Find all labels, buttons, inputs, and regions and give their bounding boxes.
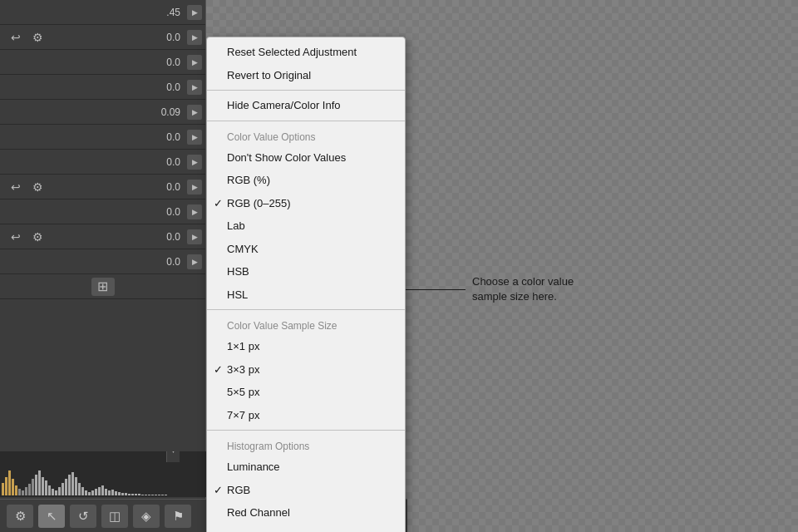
menu-item-hsb[interactable]: HSB: [207, 260, 405, 283]
svg-rect-7: [25, 487, 27, 495]
gear-icon-9[interactable]: ⚙: [28, 228, 47, 246]
toolbar-gear-button[interactable]: ⚙: [7, 505, 33, 528]
sidebar-row-4: 0.09 ▶: [0, 100, 205, 125]
sidebar-arrow-4[interactable]: ▶: [187, 105, 202, 120]
sidebar-value-5: 0.0: [7, 131, 184, 143]
sidebar-arrow-8[interactable]: ▶: [187, 204, 202, 219]
gear-icon-1[interactable]: ⚙: [28, 28, 47, 47]
svg-rect-39: [131, 494, 134, 495]
sidebar-row-5: 0.0 ▶: [0, 125, 205, 150]
annotation: Choose a color value sample size here.: [382, 274, 605, 304]
svg-rect-10: [35, 475, 37, 495]
annotation-text: Choose a color value sample size here.: [472, 274, 605, 304]
svg-rect-36: [121, 493, 124, 495]
toolbar-select-button[interactable]: ↖: [38, 505, 65, 528]
sidebar-value-10: 0.0: [7, 256, 184, 268]
svg-rect-2: [8, 470, 11, 495]
svg-rect-24: [81, 487, 84, 495]
svg-rect-25: [85, 490, 87, 495]
svg-rect-34: [115, 491, 117, 495]
histogram-chart: [2, 454, 168, 495]
svg-rect-40: [135, 494, 137, 495]
sidebar-row-7: ↩ ⚙ 0.0 ▶: [0, 175, 205, 200]
svg-rect-21: [71, 472, 74, 495]
svg-rect-9: [32, 479, 34, 495]
menu-item-luminance[interactable]: Luminance: [207, 456, 405, 479]
toolbar-flag-button[interactable]: ⚑: [165, 505, 191, 528]
svg-rect-29: [98, 487, 101, 495]
svg-rect-26: [88, 492, 91, 495]
sidebar-row-1: ↩ ⚙ 0.0 ▶: [0, 25, 205, 50]
menu-divider-19: [207, 430, 405, 431]
svg-rect-49: [165, 495, 167, 495]
menu-item-hsl[interactable]: HSL: [207, 283, 405, 307]
svg-rect-32: [108, 490, 111, 495]
menu-item-don't-show-color-values[interactable]: Don't Show Color Values: [207, 146, 405, 170]
menu-divider-2: [207, 90, 405, 91]
toolbar-rotate-button[interactable]: ↺: [70, 505, 96, 528]
svg-rect-45: [151, 495, 154, 495]
sidebar-arrow-7[interactable]: ▶: [187, 180, 202, 195]
menu-item-revert-to-original[interactable]: Revert to Original: [207, 64, 405, 87]
svg-rect-31: [105, 489, 107, 495]
svg-rect-17: [58, 487, 61, 495]
svg-rect-28: [95, 489, 97, 495]
menu-item-rgb[interactable]: RGB: [207, 479, 405, 502]
sidebar-row-10: 0.0 ▶: [0, 249, 205, 274]
sidebar-arrow-6[interactable]: ▶: [187, 155, 202, 170]
sidebar-row-8: 0.0 ▶: [0, 200, 205, 224]
svg-rect-11: [38, 470, 41, 495]
sidebar-value-2: 0.0: [7, 57, 184, 68]
context-menu: Reset Selected AdjustmentRevert to Origi…: [206, 37, 406, 532]
svg-rect-0: [2, 483, 4, 495]
menu-item-7×7-px[interactable]: 7×7 px: [207, 404, 405, 427]
sidebar-arrow-10[interactable]: ▶: [187, 254, 202, 269]
svg-rect-41: [138, 494, 140, 495]
sidebar-value-8: 0.0: [7, 206, 184, 218]
svg-rect-30: [101, 485, 104, 495]
hist-scroll-down[interactable]: ▼: [167, 451, 180, 462]
sidebar-arrow-1[interactable]: ▶: [187, 30, 202, 45]
crop-icon[interactable]: ⊞: [91, 278, 115, 296]
svg-rect-20: [68, 475, 71, 495]
histogram-scrollbar[interactable]: ▲ ▼: [166, 451, 180, 462]
menu-item-lab[interactable]: Lab: [207, 214, 405, 238]
svg-rect-5: [18, 489, 21, 495]
svg-rect-12: [42, 477, 44, 495]
svg-rect-1: [5, 477, 7, 495]
sidebar-arrow-0[interactable]: ▶: [187, 5, 202, 20]
menu-item-1×1-px[interactable]: 1×1 px: [207, 335, 405, 358]
svg-rect-4: [15, 485, 17, 495]
svg-rect-48: [161, 495, 164, 495]
svg-rect-16: [55, 490, 57, 495]
sidebar-arrow-3[interactable]: ▶: [187, 80, 202, 95]
svg-rect-43: [145, 495, 147, 495]
undo-icon-1[interactable]: ↩: [7, 28, 25, 47]
menu-item-reset-selected-adjustment[interactable]: Reset Selected Adjustment: [207, 41, 405, 64]
toolbar-heal-button[interactable]: ◈: [133, 505, 160, 528]
gear-icon-7[interactable]: ⚙: [28, 178, 47, 196]
toolbar-stamp-button[interactable]: ◫: [101, 505, 128, 528]
sidebar-arrow-9[interactable]: ▶: [187, 229, 202, 244]
sidebar-value-1: 0.0: [50, 32, 184, 43]
svg-rect-27: [91, 490, 94, 495]
menu-item-rgb-(0–255)[interactable]: RGB (0–255): [207, 192, 405, 215]
menu-item-cmyk[interactable]: CMYK: [207, 238, 405, 261]
sidebar-panel: .45 ▶ ↩ ⚙ 0.0 ▶ 0.0 ▶ 0.0 ▶ 0.09 ▶ 0.0 ▶…: [0, 0, 206, 499]
menu-item-red-channel[interactable]: Red Channel: [207, 501, 405, 525]
menu-item-green-channel[interactable]: Green Channel: [207, 525, 405, 533]
sidebar-value-6: 0.0: [7, 156, 184, 168]
svg-rect-35: [118, 492, 121, 495]
menu-item-rgb-(%)[interactable]: RGB (%): [207, 169, 405, 192]
sidebar-row-0: .45 ▶: [0, 0, 205, 25]
menu-item-hide-camera/color-info[interactable]: Hide Camera/Color Info: [207, 94, 405, 117]
menu-item-3×3-px[interactable]: 3×3 px: [207, 358, 405, 382]
undo-icon-9[interactable]: ↩: [7, 228, 25, 246]
sidebar-arrow-2[interactable]: ▶: [187, 55, 202, 70]
sidebar-arrow-5[interactable]: ▶: [187, 130, 202, 145]
sidebar-row-9: ↩ ⚙ 0.0 ▶: [0, 224, 205, 249]
sidebar-row-3: 0.0 ▶: [0, 75, 205, 100]
undo-icon-7[interactable]: ↩: [7, 178, 25, 196]
menu-item-5×5-px[interactable]: 5×5 px: [207, 381, 405, 404]
menu-divider-4: [207, 121, 405, 121]
